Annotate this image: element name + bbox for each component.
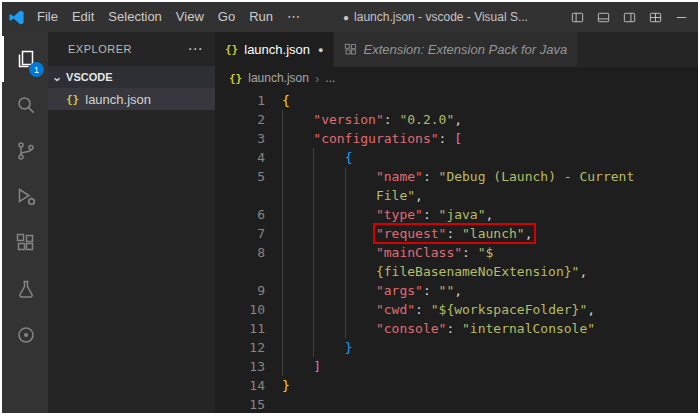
code-line-5[interactable]: 5 "name": "Debug (Launch) - Current [215,167,698,186]
debug-play-icon [14,185,38,209]
minimize-button[interactable] [668,4,694,30]
code-line-2[interactable]: 2 "version": "0.2.0", [215,110,698,129]
more-actions-icon[interactable]: ⋯ [188,40,204,58]
file-name: launch.json [85,92,151,107]
indent-guide [345,319,376,338]
code-line-text: "name": "Debug (Launch) - Current [282,167,634,186]
activity-item-search[interactable] [2,82,48,128]
tab-bar: {}launch.json●Extension: Extension Pack … [215,32,698,67]
editor-group: {}launch.json●Extension: Extension Pack … [215,32,698,413]
indent-guide [282,186,313,205]
code-line-8[interactable]: 8 "mainClass": "$ [215,243,698,262]
line-number[interactable]: 3 [215,129,282,148]
folder-section-vscode[interactable]: ⌄ VSCODE [48,66,215,88]
line-number[interactable]: 14 [215,376,282,395]
line-number[interactable]: 11 [215,319,282,338]
menu-edit[interactable]: Edit [65,2,101,32]
indent-guide [282,110,313,129]
indent-guide [282,319,313,338]
tab-launch-json[interactable]: {}launch.json● [215,32,334,67]
layout-panel-icon[interactable] [590,4,616,30]
menu-run[interactable]: Run [242,2,280,32]
menu-more[interactable]: ⋯ [280,2,307,32]
activity-item-source-control[interactable] [2,128,48,174]
activity-item-explorer[interactable]: 1 [2,36,48,82]
modified-dot-icon: ● [343,12,349,23]
code-line-10[interactable]: 10 "cwd": "${workspaceFolder}", [215,300,698,319]
menu-go[interactable]: Go [211,2,242,32]
menu-selection[interactable]: Selection [101,2,168,32]
indent-guide [345,167,376,186]
line-number[interactable]: 4 [215,148,282,167]
line-number[interactable]: 12 [215,338,282,357]
code-line-text: "configurations": [ [282,129,462,148]
code-line-11[interactable]: 11 "console": "internalConsole" [215,319,698,338]
indent-guide [313,148,344,167]
code-line-text: { [282,91,290,110]
indent-guide [313,224,344,243]
activity-item-run-debug[interactable] [2,174,48,220]
code-line-1[interactable]: 1{ [215,91,698,110]
line-number[interactable]: 13 [215,357,282,376]
vscode-window: FileEditSelectionViewGoRun⋯ ● launch.jso… [0,0,700,420]
indent-guide [313,319,344,338]
line-number[interactable]: 10 [215,300,282,319]
explorer-sidebar: EXPLORER ⋯ ⌄ VSCODE {} launch.json [48,32,215,413]
line-number[interactable]: 7 [215,224,282,243]
breadcrumb-file[interactable]: launch.json [248,71,309,85]
indent-guide [282,338,313,357]
code-line-9[interactable]: 9 "args": "", [215,281,698,300]
indent-guide [313,167,344,186]
menu-view[interactable]: View [169,2,211,32]
breadcrumb-more[interactable]: ... [325,71,335,85]
code-line-12[interactable]: 12 } [215,338,698,357]
line-number[interactable]: 1 [215,91,282,110]
code-line-13[interactable]: 13 ] [215,357,698,376]
code-line-wrap[interactable]: File", [215,186,698,205]
line-number[interactable]: 9 [215,281,282,300]
indent-guide [345,281,376,300]
code-line-14[interactable]: 14} [215,376,698,395]
line-number[interactable] [215,186,282,205]
code-line-text: } [282,338,352,357]
window-controls [564,4,698,30]
code-line-7[interactable]: 7 "request": "launch", [215,224,698,243]
line-number[interactable] [215,262,282,281]
activity-item-extensions[interactable] [2,220,48,266]
code-line-4[interactable]: 4 { [215,148,698,167]
line-number[interactable]: 5 [215,167,282,186]
indent-guide [282,129,313,148]
customize-layout-icon[interactable] [642,4,668,30]
code-editor[interactable]: 1{2 "version": "0.2.0",3 "configurations… [215,89,698,413]
code-line-text: "console": "internalConsole" [282,319,595,338]
code-line-3[interactable]: 3 "configurations": [ [215,129,698,148]
json-icon: {} [225,43,238,56]
vscode-logo-icon [2,9,30,26]
sidebar-title: EXPLORER [68,43,132,55]
code-line-text: { [282,148,352,167]
code-line-text: "request": "launch", [282,224,533,243]
line-number[interactable]: 8 [215,243,282,262]
json-icon: {} [229,72,242,85]
indent-guide [282,148,313,167]
tab-extension-extension-pack-for-java[interactable]: Extension: Extension Pack for Java [334,32,578,67]
folder-name: VSCODE [66,71,112,83]
activity-item-misc[interactable] [2,312,48,358]
code-line-15[interactable]: 15 [215,395,698,413]
layout-sidebar-icon[interactable] [564,4,590,30]
line-number[interactable]: 2 [215,110,282,129]
menu-file[interactable]: File [30,2,65,32]
file-item-launch-json[interactable]: {} launch.json [48,88,215,110]
code-line-wrap[interactable]: {fileBasenameNoExtension}", [215,262,698,281]
layout-secondary-sidebar-icon[interactable] [616,4,642,30]
indent-guide [345,262,376,281]
indent-guide [345,186,376,205]
indent-guide [282,243,313,262]
search-icon [14,93,38,117]
indent-guide [345,224,376,243]
activity-item-testing[interactable] [2,266,48,312]
extensions-icon [14,231,38,255]
line-number[interactable]: 15 [215,395,282,413]
line-number[interactable]: 6 [215,205,282,224]
code-line-6[interactable]: 6 "type": "java", [215,205,698,224]
